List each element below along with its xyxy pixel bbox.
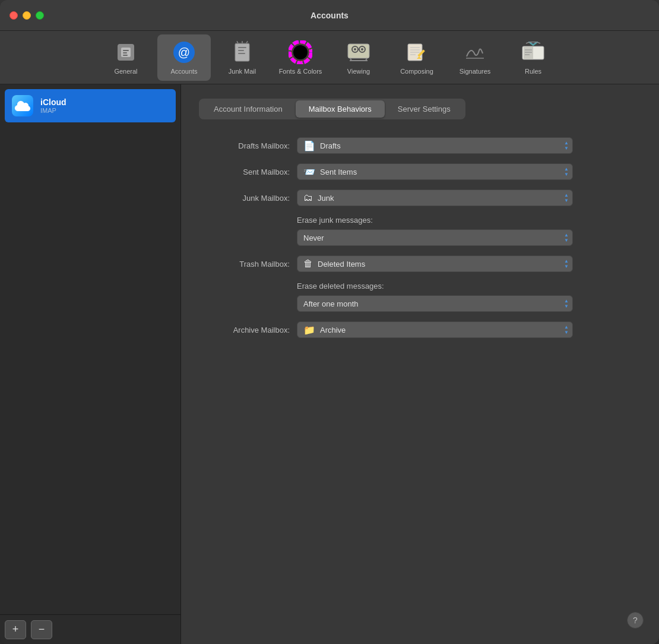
sent-chevron: ▲ ▼ xyxy=(564,167,569,177)
trash-row: Trash Mailbox: 🗑 Deleted Items ▲ ▼ xyxy=(199,255,641,272)
svg-rect-4 xyxy=(123,55,128,56)
svg-text:@: @ xyxy=(178,46,190,59)
drafts-chevron: ▲ ▼ xyxy=(564,141,569,151)
tab-account-information[interactable]: Account Information xyxy=(201,100,296,118)
toolbar: General @ Accounts xyxy=(0,31,659,84)
erase-junk-chevron: ▲ ▼ xyxy=(564,233,569,243)
erase-deleted-select-wrapper[interactable]: After one month ▲ ▼ xyxy=(297,295,573,312)
composing-icon xyxy=(405,40,429,64)
junk-value: Junk xyxy=(318,194,334,203)
general-icon xyxy=(114,40,138,64)
tab-mailbox-behaviors[interactable]: Mailbox Behaviors xyxy=(296,100,385,118)
sent-value: Sent Items xyxy=(320,168,357,176)
rules-label: Rules xyxy=(525,68,541,75)
junk-row: Junk Mailbox: 🗂 Junk ▲ ▼ xyxy=(199,190,641,206)
erase-junk-select[interactable]: Never ▲ ▼ xyxy=(297,229,573,246)
fonts-colors-label: Fonts & Colors xyxy=(279,68,322,75)
junk-select[interactable]: 🗂 Junk ▲ ▼ xyxy=(297,190,573,206)
erase-junk-section: Erase junk messages: Never ▲ ▼ xyxy=(199,216,641,246)
toolbar-item-fonts-colors[interactable]: Fonts & Colors xyxy=(274,34,327,81)
svg-line-9 xyxy=(237,41,238,43)
viewing-icon xyxy=(347,40,370,64)
account-type: IMAP xyxy=(40,107,66,114)
sidebar: iCloud IMAP + − xyxy=(0,84,181,644)
erase-deleted-value: After one month xyxy=(303,299,359,308)
junk-select-wrapper[interactable]: 🗂 Junk ▲ ▼ xyxy=(297,190,573,206)
account-name: iCloud xyxy=(40,97,66,107)
svg-rect-3 xyxy=(123,52,127,53)
titlebar: Accounts xyxy=(0,0,659,31)
account-item-icloud[interactable]: iCloud IMAP xyxy=(5,89,176,122)
erase-junk-label: Erase junk messages: xyxy=(297,216,573,225)
svg-point-21 xyxy=(293,45,308,59)
general-label: General xyxy=(114,68,137,75)
icloud-icon xyxy=(12,95,33,116)
junk-label: Junk Mailbox: xyxy=(199,194,297,203)
erase-junk-select-wrapper[interactable]: Never ▲ ▼ xyxy=(297,229,573,246)
archive-icon: 📁 xyxy=(303,324,315,336)
toolbar-item-accounts[interactable]: @ Accounts xyxy=(157,34,211,81)
close-button[interactable] xyxy=(9,11,18,20)
trash-chevron: ▲ ▼ xyxy=(564,259,569,269)
toolbar-item-junk-mail[interactable]: Junk Mail xyxy=(216,34,269,81)
toolbar-item-viewing[interactable]: Viewing xyxy=(332,34,385,81)
main-window: Accounts General @ Ac xyxy=(0,0,659,644)
sent-label: Sent Mailbox: xyxy=(199,168,297,176)
erase-junk-value: Never xyxy=(303,233,324,242)
window-title: Accounts xyxy=(311,11,348,20)
svg-rect-29 xyxy=(358,49,359,50)
toolbar-item-rules[interactable]: Rules xyxy=(506,34,560,81)
account-info: iCloud IMAP xyxy=(40,97,66,114)
svg-point-26 xyxy=(354,48,356,50)
drafts-select-wrapper[interactable]: 📄 Drafts ▲ ▼ xyxy=(297,137,573,154)
sent-icon: 📨 xyxy=(303,166,315,178)
svg-rect-14 xyxy=(238,53,245,54)
remove-account-button[interactable]: − xyxy=(31,620,52,639)
maximize-button[interactable] xyxy=(36,11,44,20)
traffic-lights xyxy=(9,11,44,20)
trash-value: Deleted Items xyxy=(318,260,365,269)
svg-rect-2 xyxy=(123,50,129,51)
viewing-label: Viewing xyxy=(347,68,370,75)
drafts-label: Drafts Mailbox: xyxy=(199,141,297,150)
toolbar-item-signatures[interactable]: Signatures xyxy=(448,34,502,81)
archive-select-wrapper[interactable]: 📁 Archive ▲ ▼ xyxy=(297,321,573,338)
sent-select-wrapper[interactable]: 📨 Sent Items ▲ ▼ xyxy=(297,163,573,180)
tab-server-settings[interactable]: Server Settings xyxy=(385,100,464,118)
main-area: iCloud IMAP + − Account Information Mail… xyxy=(0,84,659,644)
rules-icon xyxy=(521,40,545,64)
trash-label: Trash Mailbox: xyxy=(199,260,297,269)
help-button[interactable]: ? xyxy=(627,612,644,629)
svg-rect-7 xyxy=(235,43,249,61)
erase-deleted-chevron: ▲ ▼ xyxy=(564,299,569,309)
drafts-value: Drafts xyxy=(320,141,341,150)
tab-bar: Account Information Mailbox Behaviors Se… xyxy=(199,99,465,119)
junk-icon: 🗂 xyxy=(303,192,313,203)
trash-icon: 🗑 xyxy=(303,258,313,269)
junk-mail-icon xyxy=(230,40,254,64)
composing-label: Composing xyxy=(400,68,433,75)
erase-deleted-select[interactable]: After one month ▲ ▼ xyxy=(297,295,573,312)
trash-select-wrapper[interactable]: 🗑 Deleted Items ▲ ▼ xyxy=(297,255,573,272)
add-account-button[interactable]: + xyxy=(5,620,26,639)
signatures-icon xyxy=(463,40,487,64)
archive-label: Archive Mailbox: xyxy=(199,326,297,334)
svg-point-28 xyxy=(361,48,363,50)
archive-chevron: ▲ ▼ xyxy=(564,325,569,335)
account-list: iCloud IMAP xyxy=(0,84,180,614)
form-section: Drafts Mailbox: 📄 Drafts ▲ ▼ xyxy=(199,137,641,338)
svg-rect-24 xyxy=(348,44,369,58)
drafts-select[interactable]: 📄 Drafts ▲ ▼ xyxy=(297,137,573,154)
erase-deleted-label: Erase deleted messages: xyxy=(297,282,573,291)
sent-select[interactable]: 📨 Sent Items ▲ ▼ xyxy=(297,163,573,180)
sidebar-bottom: + − xyxy=(0,614,180,644)
toolbar-item-general[interactable]: General xyxy=(99,34,153,81)
drafts-row: Drafts Mailbox: 📄 Drafts ▲ ▼ xyxy=(199,137,641,154)
svg-rect-13 xyxy=(238,50,244,51)
minimize-button[interactable] xyxy=(23,11,31,20)
trash-select[interactable]: 🗑 Deleted Items ▲ ▼ xyxy=(297,255,573,272)
junk-chevron: ▲ ▼ xyxy=(564,193,569,203)
toolbar-item-composing[interactable]: Composing xyxy=(390,34,443,81)
archive-select[interactable]: 📁 Archive ▲ ▼ xyxy=(297,321,573,338)
signatures-label: Signatures xyxy=(460,68,491,75)
